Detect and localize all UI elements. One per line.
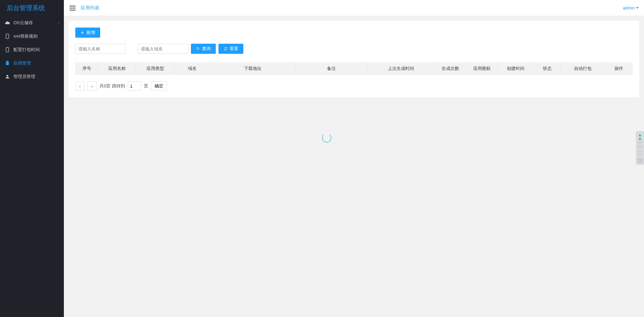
user-menu[interactable]: admin [623, 5, 639, 10]
col-app-type: 应用类型 [136, 63, 174, 75]
sidebar-item-xml-rules[interactable]: xml替换规则 [0, 30, 64, 43]
pager-prev-button[interactable]: ‹ [75, 81, 85, 91]
sidebar: 后台管理系统 OS云储存 › xml替换规则 配置打包时间 应用管理 管理员管 [0, 0, 64, 317]
pager-next-button[interactable]: › [87, 81, 97, 91]
nav-list: OS云储存 › xml替换规则 配置打包时间 应用管理 管理员管理 [0, 16, 64, 83]
net-speed-up: 0.3K/s [637, 150, 643, 157]
add-button-label: 新增 [86, 30, 95, 36]
svg-point-0 [6, 75, 8, 77]
clipboard-icon [5, 47, 10, 52]
network-monitor-widget[interactable]: 0.5K/s 0.3K/s [636, 131, 644, 165]
topbar: 应用列表 admin [64, 0, 644, 16]
refresh-icon [224, 47, 228, 51]
search-button-label: 查询 [202, 46, 211, 52]
col-index: 序号 [76, 63, 98, 75]
menu-toggle-icon[interactable] [69, 5, 76, 11]
pager-confirm-button[interactable]: 确定 [151, 81, 167, 91]
status-dot-icon [639, 134, 641, 136]
sidebar-label: 管理员管理 [13, 74, 59, 80]
col-domain: 域名 [174, 63, 210, 75]
sidebar-label: xml替换规则 [13, 33, 59, 39]
pager-page-suffix: 页 [144, 83, 148, 89]
search-button[interactable]: 查询 [191, 44, 216, 54]
net-speed-down: 0.5K/s [637, 141, 643, 148]
col-create-time: 创建时间 [498, 63, 534, 75]
username-label: admin [623, 5, 635, 10]
col-download-url: 下载地址 [210, 63, 295, 75]
sidebar-item-cloud-storage[interactable]: OS云储存 › [0, 16, 64, 30]
cloud-icon [5, 20, 10, 26]
col-app-icon: 应用图标 [466, 63, 498, 75]
plus-icon [80, 31, 84, 35]
col-last-gen-time: 上次生成时间 [367, 63, 435, 75]
chevron-right-icon: › [58, 21, 59, 25]
android-icon [5, 61, 10, 66]
camera-icon [638, 159, 642, 163]
add-button[interactable]: 新增 [75, 28, 100, 38]
user-icon [5, 74, 10, 79]
sidebar-item-admin-manage[interactable]: 管理员管理 [0, 70, 64, 83]
svg-point-1 [197, 47, 199, 49]
clipboard-icon [5, 34, 10, 39]
pager-total-text: 共0页 跳转到 [99, 83, 125, 89]
col-app-name: 应用名称 [98, 63, 136, 75]
pager: ‹ › 共0页 跳转到 页 确定 [75, 81, 633, 91]
sidebar-label: 配置打包时间 [13, 47, 59, 53]
table-header-row: 序号 应用名称 应用类型 域名 下载地址 备注 上次生成时间 生成次数 应用图标… [76, 63, 633, 75]
pager-goto-input[interactable] [128, 81, 141, 91]
caret-down-icon [636, 7, 639, 9]
main-area: 应用列表 admin 新增 [64, 0, 644, 317]
app-table: 序号 应用名称 应用类型 域名 下载地址 备注 上次生成时间 生成次数 应用图标… [75, 63, 633, 75]
col-remark: 备注 [295, 63, 367, 75]
col-auto-pack: 自动打包 [561, 63, 606, 75]
reset-button-label: 重置 [230, 46, 238, 52]
col-action: 操作 [605, 63, 632, 75]
status-dot-icon [639, 138, 641, 140]
col-gen-count: 生成次数 [435, 63, 466, 75]
card: 新增 查询 重置 [69, 21, 639, 97]
reset-button[interactable]: 重置 [218, 44, 243, 54]
breadcrumb[interactable]: 应用列表 [81, 5, 99, 11]
sidebar-item-package-time[interactable]: 配置打包时间 [0, 43, 64, 56]
search-icon [196, 47, 200, 51]
sidebar-item-app-manage[interactable]: 应用管理 [0, 56, 64, 70]
name-input[interactable] [75, 44, 126, 54]
sidebar-label: 应用管理 [13, 60, 59, 66]
loading-spinner-icon [322, 133, 331, 143]
content: 新增 查询 重置 [64, 16, 644, 317]
sidebar-label: OS云储存 [13, 20, 58, 26]
brand-title: 后台管理系统 [0, 0, 64, 16]
domain-input[interactable] [138, 44, 188, 54]
col-status: 状态 [533, 63, 560, 75]
